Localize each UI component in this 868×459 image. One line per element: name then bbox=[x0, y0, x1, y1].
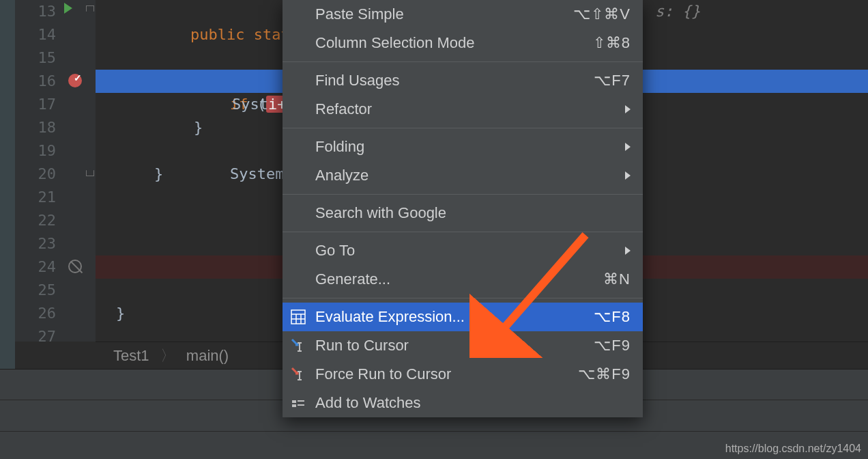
line-number: 20 bbox=[15, 163, 56, 186]
menu-item-paste-simple[interactable]: Paste Simple ⌥⇧⌘V bbox=[283, 0, 643, 29]
menu-label: Force Run to Cursor bbox=[315, 365, 578, 383]
line-number: 21 bbox=[15, 186, 56, 209]
menu-shortcut: ⌥F9 bbox=[594, 337, 631, 354]
svg-rect-5 bbox=[299, 342, 300, 352]
line-number: 15 bbox=[15, 46, 56, 70]
menu-item-run-to-cursor[interactable]: Run to Cursor ⌥F9 bbox=[283, 331, 643, 360]
breakpoint-check-icon: ✓ bbox=[74, 72, 82, 83]
menu-item-column-selection[interactable]: Column Selection Mode ⇧⌘8 bbox=[283, 29, 643, 57]
menu-separator bbox=[283, 128, 643, 128]
menu-separator bbox=[283, 298, 643, 298]
submenu-arrow-icon bbox=[625, 247, 631, 255]
menu-shortcut: ⌥⌘F9 bbox=[578, 365, 631, 383]
svg-rect-6 bbox=[298, 342, 302, 344]
menu-separator bbox=[283, 232, 643, 232]
editor-context-menu: Paste Simple ⌥⇧⌘V Column Selection Mode … bbox=[283, 0, 643, 417]
menu-item-evaluate-expression[interactable]: Evaluate Expression... ⌥F8 bbox=[283, 303, 643, 331]
menu-separator bbox=[283, 61, 643, 62]
line-numbers: 13 14 15 16 17 18 19 20 21 22 23 24 25 2… bbox=[15, 0, 61, 342]
menu-item-add-to-watches[interactable]: Add to Watches bbox=[283, 389, 643, 417]
menu-shortcut: ⇧⌘8 bbox=[593, 34, 631, 52]
menu-item-goto[interactable]: Go To bbox=[283, 236, 643, 265]
line-number: 27 bbox=[15, 325, 56, 348]
menu-shortcut: ⌥⇧⌘V bbox=[573, 5, 631, 23]
submenu-arrow-icon bbox=[625, 171, 631, 180]
line-number: 16 bbox=[15, 70, 56, 93]
evaluate-icon bbox=[291, 309, 306, 324]
svg-rect-10 bbox=[298, 379, 302, 380]
menu-label: Evaluate Expression... bbox=[315, 308, 594, 326]
line-number: 19 bbox=[15, 139, 56, 163]
menu-item-refactor[interactable]: Refactor bbox=[283, 95, 643, 124]
svg-rect-13 bbox=[298, 400, 304, 402]
menu-label: Column Selection Mode bbox=[315, 34, 593, 52]
breadcrumb-item[interactable]: main() bbox=[186, 347, 229, 364]
menu-shortcut: ⌥F8 bbox=[594, 308, 631, 326]
menu-item-find-usages[interactable]: Find Usages ⌥F7 bbox=[283, 66, 643, 95]
menu-label: Run to Cursor bbox=[315, 337, 594, 354]
line-number: 26 bbox=[15, 302, 56, 325]
menu-shortcut: ⌘N bbox=[603, 270, 631, 288]
breadcrumb-separator: 〉 bbox=[154, 347, 182, 364]
menu-item-force-run-to-cursor[interactable]: Force Run to Cursor ⌥⌘F9 bbox=[283, 360, 643, 389]
run-gutter-icon[interactable] bbox=[64, 3, 72, 14]
code-inline-hint: s: {} bbox=[655, 0, 868, 23]
line-number: 23 bbox=[15, 232, 56, 255]
line-number: 14 bbox=[15, 23, 56, 46]
menu-label: Analyze bbox=[315, 167, 625, 184]
line-number: 18 bbox=[15, 116, 56, 139]
menu-separator bbox=[283, 194, 643, 195]
menu-label: Search with Google bbox=[315, 204, 631, 222]
svg-rect-12 bbox=[292, 404, 296, 407]
menu-label: Go To bbox=[315, 242, 625, 260]
submenu-arrow-icon bbox=[625, 143, 631, 151]
menu-label: Paste Simple bbox=[315, 5, 573, 23]
menu-label: Add to Watches bbox=[315, 394, 631, 412]
force-run-to-cursor-icon bbox=[291, 367, 306, 382]
run-to-cursor-icon bbox=[291, 338, 306, 353]
watches-icon bbox=[291, 395, 306, 411]
svg-rect-8 bbox=[299, 371, 300, 380]
menu-label: Find Usages bbox=[315, 72, 594, 89]
line-number: 25 bbox=[15, 279, 56, 302]
svg-rect-11 bbox=[292, 400, 296, 403]
line-number: 17 bbox=[15, 93, 56, 116]
menu-label: Generate... bbox=[315, 270, 603, 288]
line-number: 24 bbox=[15, 255, 56, 279]
menu-item-generate[interactable]: Generate... ⌘N bbox=[283, 265, 643, 294]
submenu-arrow-icon bbox=[625, 105, 631, 113]
svg-rect-14 bbox=[298, 404, 304, 406]
svg-rect-0 bbox=[291, 310, 305, 324]
breadcrumb-item[interactable]: Test1 bbox=[113, 347, 149, 364]
menu-label: Refactor bbox=[315, 100, 625, 118]
menu-item-analyze[interactable]: Analyze bbox=[283, 161, 643, 190]
watermark: https://blog.csdn.net/zy1404 bbox=[725, 443, 861, 455]
menu-shortcut: ⌥F7 bbox=[594, 72, 631, 89]
menu-item-folding[interactable]: Folding bbox=[283, 133, 643, 161]
svg-rect-7 bbox=[298, 350, 302, 352]
menu-label: Folding bbox=[315, 138, 625, 156]
svg-rect-9 bbox=[298, 371, 302, 372]
line-number: 22 bbox=[15, 209, 56, 232]
line-number: 13 bbox=[15, 0, 56, 23]
no-entry-icon bbox=[68, 260, 82, 273]
menu-item-search-google[interactable]: Search with Google bbox=[283, 199, 643, 227]
